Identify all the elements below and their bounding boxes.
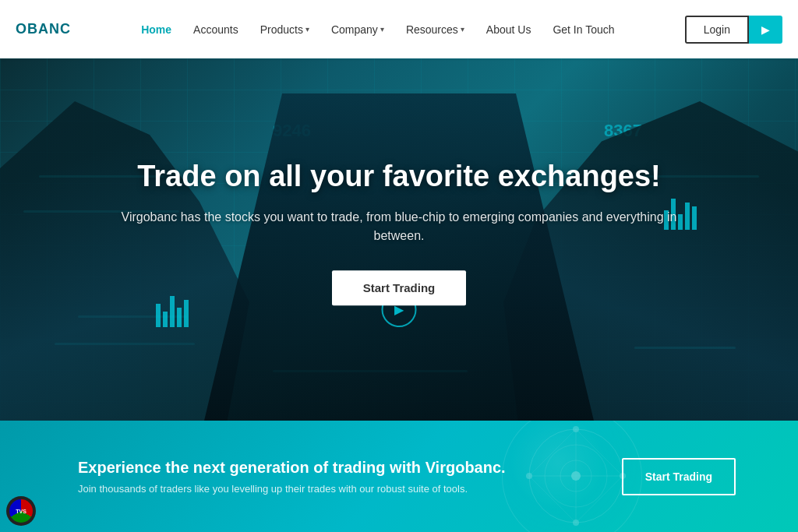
main-nav: Home Accounts Products ▾ Company ▾ Resou… — [71, 23, 685, 36]
nav-get-in-touch[interactable]: Get In Touch — [553, 23, 614, 36]
logo: OBANC — [16, 21, 71, 37]
bottom-banner: Experience the next generation of tradin… — [0, 421, 798, 532]
signup-button[interactable]: ▶ — [749, 16, 782, 44]
company-chevron-icon: ▾ — [380, 25, 384, 33]
svg-line-10 — [529, 429, 576, 476]
start-trading-banner-button[interactable]: Start Trading — [622, 458, 736, 495]
nav-about-us[interactable]: About Us — [486, 23, 531, 36]
svg-line-12 — [529, 476, 576, 523]
resources-chevron-icon: ▾ — [461, 25, 464, 33]
nav-products[interactable]: Products ▾ — [260, 23, 309, 36]
nav-company[interactable]: Company ▾ — [331, 23, 384, 36]
banner-text: Experience the next generation of tradin… — [78, 459, 506, 495]
products-chevron-icon: ▾ — [305, 25, 309, 33]
svg-line-11 — [576, 429, 623, 476]
hero-content: Trade on all your favorite exchanges! Vi… — [107, 159, 691, 306]
nav-resources[interactable]: Resources ▾ — [406, 23, 464, 36]
badge-inner: TVS — [9, 499, 33, 523]
svg-point-9 — [571, 471, 581, 481]
header-actions: Login ▶ — [685, 16, 782, 44]
nav-accounts[interactable]: Accounts — [193, 23, 238, 36]
start-trading-hero-button[interactable]: Start Trading — [332, 270, 467, 305]
nav-home[interactable]: Home — [141, 23, 171, 36]
hero-title: Trade on all your favorite exchanges! — [107, 159, 691, 195]
login-button[interactable]: Login — [685, 16, 749, 44]
hero-section: 9246 8367 ▶ Trade on all your favorite e… — [0, 58, 798, 421]
svg-line-13 — [576, 476, 623, 523]
hero-subtitle: Virgobanc has the stocks you want to tra… — [107, 208, 691, 245]
header: OBANC Home Accounts Products ▾ Company ▾… — [0, 0, 798, 58]
bottom-left-badge: TVS — [6, 496, 36, 526]
banner-subtitle: Join thousands of traders like you level… — [78, 483, 506, 495]
banner-title: Experience the next generation of tradin… — [78, 459, 506, 477]
